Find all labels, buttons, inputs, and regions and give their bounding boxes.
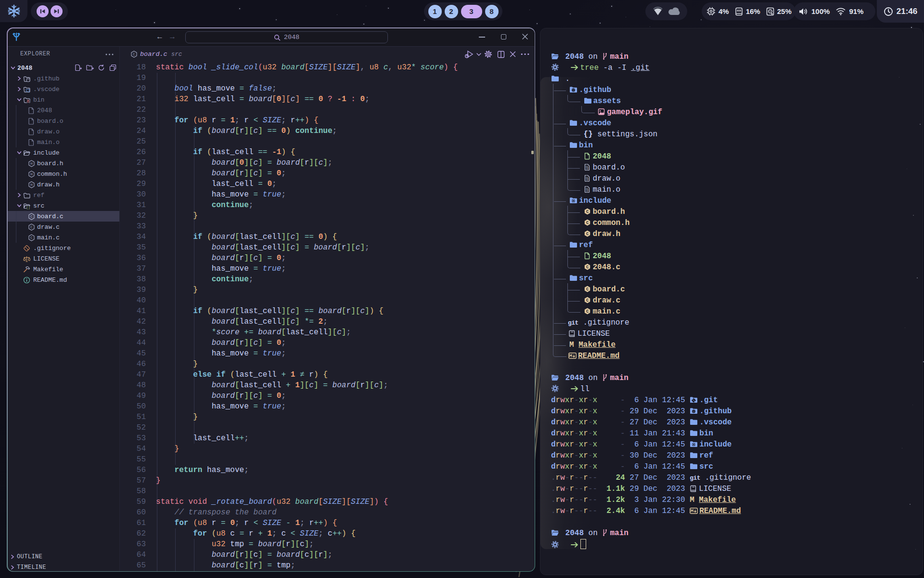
svg-text:C: C xyxy=(586,210,588,214)
svg-text:C: C xyxy=(133,52,135,56)
svg-text:C: C xyxy=(30,225,33,229)
svg-text:C: C xyxy=(586,221,588,225)
svg-text:C: C xyxy=(586,232,588,236)
svg-text:C: C xyxy=(30,214,33,219)
svg-text:10: 10 xyxy=(586,190,589,192)
svg-text:(): () xyxy=(26,206,30,210)
svg-text:C: C xyxy=(586,309,588,314)
svg-text:C: C xyxy=(586,287,588,292)
svg-text:H: H xyxy=(30,172,33,176)
svg-text:H: H xyxy=(30,183,33,187)
svg-text:10: 10 xyxy=(586,179,589,181)
svg-text:C: C xyxy=(30,236,33,240)
svg-text:10: 10 xyxy=(586,168,589,170)
svg-text:C: C xyxy=(586,265,588,270)
svg-text:H: H xyxy=(30,161,33,166)
svg-text:C: C xyxy=(586,298,588,303)
